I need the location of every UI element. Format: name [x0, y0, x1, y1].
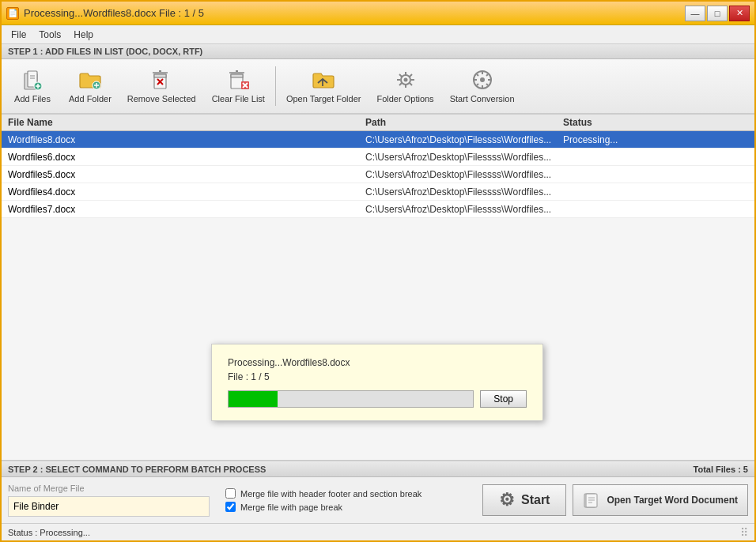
progress-bar-row: Stop [228, 390, 527, 408]
menu-bar: File Tools Help [2, 25, 754, 44]
checkboxes-group: Merge file with header footer and sectio… [225, 488, 421, 512]
file-name-0: Wordfiles8.docx [2, 134, 365, 145]
svg-line-31 [410, 83, 412, 85]
svg-line-30 [399, 74, 402, 77]
status-bar: Status : Processing... ⠿ [2, 523, 754, 540]
title-bar-left: 📄 Processing...Wordfiles8.docx File : 1 … [6, 7, 204, 20]
header-status: Status [563, 117, 754, 128]
title-bar-buttons: — □ ✕ [685, 6, 750, 21]
svg-line-40 [486, 84, 488, 85]
checkbox-row-2: Merge file with page break [225, 502, 421, 512]
checkbox-row-1: Merge file with header footer and sectio… [225, 488, 421, 499]
clear-file-list-button[interactable]: Clear File List [205, 62, 272, 110]
checkbox-header-footer-label: Merge file with header footer and sectio… [240, 489, 421, 499]
word-doc-icon [583, 491, 600, 509]
add-files-button[interactable]: Add Files [5, 62, 60, 110]
title-bar: 📄 Processing...Wordfiles8.docx File : 1 … [2, 2, 754, 25]
add-folder-icon [77, 67, 103, 92]
svg-point-43 [480, 77, 485, 82]
add-files-icon [20, 67, 45, 92]
main-window: 📄 Processing...Wordfiles8.docx File : 1 … [0, 0, 756, 542]
window-title: Processing...Wordfiles8.docx File : 1 / … [24, 7, 204, 19]
checkbox-header-footer[interactable] [225, 488, 236, 499]
start-button[interactable]: ⚙ Start [482, 484, 566, 516]
action-buttons: ⚙ Start Open Target Word Document [482, 484, 748, 516]
step2-content: Name of Merge File Merge file with heade… [2, 477, 754, 523]
menu-help[interactable]: Help [67, 28, 100, 42]
menu-tools[interactable]: Tools [32, 28, 67, 42]
minimize-button[interactable]: — [685, 6, 705, 21]
file-name-3: Wordfiles4.docx [2, 186, 365, 198]
table-row[interactable]: Wordfiles4.docx C:\Users\Afroz\Desktop\F… [2, 183, 754, 201]
step1-label: STEP 1 : ADD FILES IN LIST (DOC, DOCX, R… [8, 47, 202, 56]
progress-bar-background [228, 390, 474, 408]
open-target-folder-icon [311, 67, 336, 92]
checkbox-page-break-label: Merge file with page break [240, 502, 342, 512]
open-target-word-label: Open Target Word Document [607, 495, 738, 506]
file-path-1: C:\Users\Afroz\Desktop\Filessss\Wordfile… [365, 152, 563, 163]
table-row[interactable]: Wordfiles5.docx C:\Users\Afroz\Desktop\F… [2, 166, 754, 183]
progress-processing-text: Processing...Wordfiles8.docx [228, 357, 527, 368]
table-row[interactable]: Wordfiles7.docx C:\Users\Afroz\Desktop\F… [2, 201, 754, 218]
toolbar: Add Files Add Folder [2, 59, 754, 115]
remove-selected-icon [149, 67, 174, 92]
file-name-4: Wordfiles7.docx [2, 204, 365, 215]
header-filename: File Name [2, 117, 365, 128]
step2-label: STEP 2 : SELECT COMMAND TO PERFORM BATCH… [8, 465, 266, 474]
start-conversion-label: Start Conversion [450, 94, 515, 104]
menu-file[interactable]: File [5, 28, 32, 42]
open-target-word-button[interactable]: Open Target Word Document [573, 484, 748, 516]
svg-line-42 [477, 84, 478, 85]
step2-area: STEP 2 : SELECT COMMAND TO PERFORM BATCH… [2, 460, 754, 523]
svg-line-41 [486, 74, 488, 76]
close-button[interactable]: ✕ [729, 6, 750, 21]
add-files-label: Add Files [14, 94, 51, 104]
status-text: Status : Processing... [8, 528, 90, 537]
start-label: Start [521, 493, 550, 507]
clear-file-list-icon [225, 67, 251, 92]
folder-options-label: Folder Options [376, 94, 433, 104]
svg-rect-17 [231, 74, 243, 77]
add-folder-label: Add Folder [69, 94, 112, 104]
svg-line-32 [410, 74, 412, 77]
checkbox-page-break[interactable] [225, 502, 236, 512]
folder-options-button[interactable]: Folder Options [369, 62, 440, 110]
merge-file-group: Name of Merge File [8, 484, 210, 517]
svg-line-39 [477, 74, 478, 76]
file-path-3: C:\Users\Afroz\Desktop\Filessss\Wordfile… [365, 186, 563, 198]
add-folder-button[interactable]: Add Folder [62, 62, 119, 110]
table-row[interactable]: Wordfiles8.docx C:\Users\Afroz\Desktop\F… [2, 131, 754, 149]
open-target-folder-label: Open Target Folder [286, 94, 361, 104]
remove-selected-label: Remove Selected [127, 94, 196, 104]
file-list: Wordfiles8.docx C:\Users\Afroz\Desktop\F… [2, 131, 754, 218]
file-path-0: C:\Users\Afroz\Desktop\Filessss\Wordfile… [365, 134, 563, 145]
header-path: Path [365, 117, 563, 128]
file-list-header: File Name Path Status [2, 115, 754, 131]
merge-file-input[interactable] [8, 496, 210, 517]
stop-button[interactable]: Stop [480, 390, 527, 408]
progress-dialog: Processing...Wordfiles8.docx File : 1 / … [211, 344, 543, 421]
app-icon: 📄 [6, 7, 19, 20]
file-name-1: Wordfiles6.docx [2, 152, 365, 163]
toolbar-separator-1 [275, 66, 276, 106]
file-path-4: C:\Users\Afroz\Desktop\Filessss\Wordfile… [365, 204, 563, 215]
svg-point-29 [403, 78, 407, 82]
folder-options-icon [393, 67, 418, 92]
file-path-2: C:\Users\Afroz\Desktop\Filessss\Wordfile… [365, 169, 563, 180]
file-status-0: Processing... [563, 134, 754, 145]
svg-rect-11 [154, 74, 166, 77]
step2-header: STEP 2 : SELECT COMMAND TO PERFORM BATCH… [2, 461, 754, 477]
file-list-wrapper: File Name Path Status Wordfiles8.docx C:… [2, 115, 754, 460]
merge-file-label: Name of Merge File [8, 484, 210, 493]
clear-file-list-label: Clear File List [212, 94, 265, 104]
start-conversion-button[interactable]: Start Conversion [443, 62, 522, 110]
table-row[interactable]: Wordfiles6.docx C:\Users\Afroz\Desktop\F… [2, 149, 754, 166]
resize-handle: ⠿ [740, 526, 748, 539]
open-target-folder-button[interactable]: Open Target Folder [279, 62, 369, 110]
progress-file-text: File : 1 / 5 [228, 371, 527, 382]
file-name-2: Wordfiles5.docx [2, 169, 365, 180]
gear-icon: ⚙ [499, 490, 515, 510]
svg-line-33 [399, 83, 402, 85]
remove-selected-button[interactable]: Remove Selected [120, 62, 203, 110]
maximize-button[interactable]: □ [707, 6, 728, 21]
